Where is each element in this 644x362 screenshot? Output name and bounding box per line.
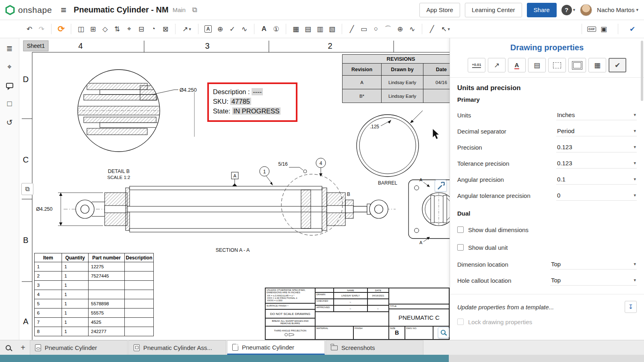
versions-icon[interactable]: ⧉	[192, 6, 197, 14]
undo-button[interactable]: ↶	[23, 23, 35, 35]
callout-button[interactable]: ①	[270, 23, 282, 35]
tab-assembly[interactable]: Pneumatic Cylinder Ass...	[128, 340, 226, 355]
dimension-location-dropdown[interactable]: Top ▾	[550, 259, 637, 269]
table-row: 6155575	[35, 309, 154, 318]
revision-table-button[interactable]: ▧	[326, 23, 338, 35]
workspace-label[interactable]: Main	[173, 6, 186, 13]
zone-row-label: C	[23, 155, 29, 164]
avatar[interactable]	[580, 4, 592, 16]
detail-view-button[interactable]: ⌖	[123, 23, 135, 35]
panel-scrollbar[interactable]	[641, 41, 643, 101]
view-style-button[interactable]	[548, 58, 566, 72]
projected-view-button[interactable]: ⊞	[87, 23, 99, 35]
description-label: Description :	[213, 88, 250, 95]
help-menu[interactable]: ? ▾	[561, 5, 576, 15]
revisions-table[interactable]: REVISIONS Revision Drawn by Date ALindsa…	[342, 54, 460, 103]
crop-view-button[interactable]: ⊠	[159, 23, 171, 35]
validate-sheet-button[interactable]: ✔	[626, 23, 638, 35]
mate-connector-icon[interactable]: ⌖	[4, 61, 16, 73]
hole-table-button[interactable]: ▥	[314, 23, 326, 35]
column-header: Revision	[343, 64, 382, 76]
export-dxf-button[interactable]: DXF	[586, 23, 598, 35]
learning-center-button[interactable]: Learning Center	[465, 3, 522, 17]
history-icon[interactable]: ↺	[4, 116, 16, 128]
feature-list-icon[interactable]: ≣	[4, 42, 16, 54]
import-template-button[interactable]: ↧	[625, 301, 637, 313]
insert-image-button[interactable]: ▣	[598, 23, 610, 35]
table-style-button[interactable]: ▤	[528, 58, 546, 72]
units-dropdown[interactable]: Inches ▾	[556, 110, 637, 120]
properties-annotation[interactable]: Description : ---- SKU: 47785 State: IN …	[207, 82, 297, 122]
comments-icon[interactable]	[4, 79, 16, 91]
sketch-arc-button[interactable]: ⌒	[382, 23, 394, 35]
share-button[interactable]: Share	[527, 3, 557, 17]
sheets-panel-button[interactable]: ⧉	[21, 183, 33, 195]
datum-tag[interactable]: A	[231, 172, 238, 186]
precision-dropdown[interactable]: 0.123 ▾	[556, 142, 637, 152]
barrel-dimension[interactable]: .125	[370, 124, 380, 130]
dimension-style-button[interactable]: ↗	[488, 58, 506, 72]
border-style-button[interactable]	[568, 58, 586, 72]
thread-callout[interactable]: 5/16	[278, 161, 307, 173]
sheet-tab[interactable]: Sheet1	[23, 41, 48, 51]
onshape-logo[interactable]: onshape	[0, 5, 52, 15]
title-block[interactable]: UNLESS OTHERWISE SPECIFIED, DIMENSIONS A…	[265, 288, 450, 340]
context-tool-button[interactable]	[435, 180, 447, 192]
weld-symbol-button[interactable]: ✓	[226, 23, 238, 35]
measure-tool-button[interactable]	[438, 327, 449, 338]
precision-style-button[interactable]: +0.01	[468, 58, 485, 72]
lock-drawing-properties-checkbox[interactable]: Lock drawing properties	[457, 313, 637, 331]
bom-table[interactable]: Item Quantity Part number Description 11…	[34, 253, 154, 336]
gdt-button[interactable]: ⊕	[214, 23, 226, 35]
main-menu-icon[interactable]: ≡	[61, 4, 66, 16]
dimension-button[interactable]: ↗ ▾	[179, 23, 194, 35]
broken-view-button[interactable]: ⊟	[135, 23, 147, 35]
tolerance-precision-dropdown[interactable]: 0.123 ▾	[556, 158, 637, 169]
add-tab-button[interactable]: +	[16, 340, 30, 355]
sheet-table-button[interactable]: ▦	[588, 58, 606, 72]
auxiliary-view-button[interactable]: ◇	[99, 23, 111, 35]
angular-precision-dropdown[interactable]: 0.1 ▾	[556, 174, 637, 185]
table-button[interactable]: ▦	[290, 23, 302, 35]
note-button[interactable]: A	[202, 23, 214, 35]
validation-settings-button[interactable]: ✔	[609, 58, 626, 72]
break-out-view-button[interactable]: ◔	[147, 23, 159, 35]
leader-button[interactable]: ↖ ▾	[438, 23, 453, 35]
angular-tolerance-precision-dropdown[interactable]: 0 ▾	[556, 190, 637, 201]
update-from-template-link[interactable]: Update properties from a template...	[457, 304, 554, 311]
scrollbar-thumb[interactable]	[0, 355, 449, 362]
detail-dimension[interactable]: Ø4.250	[180, 87, 197, 93]
balloon-callout[interactable]: 1	[260, 167, 273, 185]
user-menu[interactable]: Nacho Martos ▾	[597, 6, 638, 13]
decimal-separator-dropdown[interactable]: Period ▾	[556, 126, 637, 136]
redo-button[interactable]: ↷	[35, 23, 47, 35]
hole-callout-location-dropdown[interactable]: Top ▾	[550, 275, 637, 286]
text-button[interactable]: A	[258, 23, 270, 35]
balloon-callout[interactable]: 4	[316, 158, 326, 177]
bom-table-button[interactable]: ▤	[302, 23, 314, 35]
show-dual-unit-checkbox[interactable]: Show dual unit	[457, 239, 637, 256]
parts-icon[interactable]: □	[4, 98, 16, 110]
update-views-button[interactable]: ⟳	[55, 23, 67, 35]
toolbar-separator	[342, 24, 342, 34]
tab-part-studio[interactable]: Pneumatic Cylinder	[30, 340, 128, 355]
sketch-point-button[interactable]: ⊕	[394, 23, 406, 35]
tab-screenshots[interactable]: Screenshots	[326, 340, 423, 355]
table-row: ALindsay Early04/16	[343, 76, 460, 89]
section-view-button[interactable]: ⇅	[111, 23, 123, 35]
table-cell: 1	[35, 262, 62, 272]
sketch-line-button[interactable]: ╱	[346, 23, 358, 35]
tab-drawing[interactable]: Pneumatic Cylinder	[227, 340, 325, 355]
surface-finish-button[interactable]: ∿	[238, 23, 250, 35]
show-dual-dimensions-checkbox[interactable]: Show dual dimensions	[457, 221, 637, 239]
line-button[interactable]: ╱	[426, 23, 438, 35]
app-store-button[interactable]: App Store	[419, 3, 460, 17]
panel-icon-row: +0.01 ↗ A ▤ ▦ ✔	[450, 58, 644, 78]
sketch-spline-button[interactable]: ∿	[406, 23, 418, 35]
toolbar-separator	[422, 24, 422, 34]
text-style-button[interactable]: A	[508, 58, 526, 72]
sketch-rectangle-button[interactable]: ▭	[358, 23, 370, 35]
tab-search-button[interactable]	[0, 340, 16, 355]
sketch-circle-button[interactable]: ○	[370, 23, 382, 35]
insert-view-button[interactable]: ◫	[75, 23, 87, 35]
